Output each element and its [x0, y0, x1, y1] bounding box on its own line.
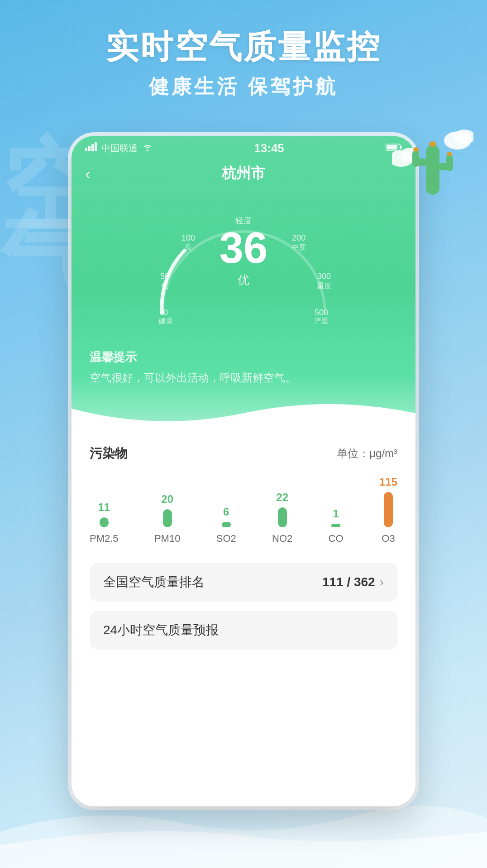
tips-section: 温馨提示 空气很好，可以外出活动，呼吸新鲜空气。 — [72, 340, 415, 404]
pollutant-item: 22 NO2 — [272, 491, 292, 545]
pollutant-item: 115 O3 — [379, 476, 397, 545]
pollutant-value: 22 — [276, 491, 288, 504]
pollutant-bar — [222, 522, 231, 527]
sub-title: 健康生活 保驾护航 — [0, 73, 487, 100]
pollutant-value: 11 — [98, 501, 110, 514]
gauge-container: 轻度 100 良 200 中度 50 优 300 重度 — [72, 191, 415, 340]
pollutant-bar — [384, 492, 393, 527]
pollutant-value: 115 — [379, 476, 397, 488]
svg-text:200: 200 — [292, 233, 306, 242]
svg-point-9 — [429, 141, 436, 147]
cactus-decoration — [392, 118, 473, 208]
svg-text:优: 优 — [161, 282, 168, 289]
svg-text:100: 100 — [181, 233, 195, 242]
ranking-arrow: › — [380, 575, 384, 589]
pollutant-name: SO2 — [216, 533, 236, 545]
pollutants-label: 污染物 — [90, 445, 128, 462]
tips-title: 温馨提示 — [90, 349, 397, 365]
main-title: 实时空气质量监控 — [0, 27, 487, 66]
svg-text:500: 500 — [315, 308, 328, 317]
pollutant-name: PM10 — [154, 533, 180, 545]
carrier-signal: 中国联通 — [85, 142, 153, 154]
svg-point-10 — [413, 147, 419, 152]
wave-divider — [72, 400, 415, 436]
pollutant-value: 1 — [333, 507, 339, 520]
app-green-section: 中国联通 13:45 ‹ 杭州市 — [72, 136, 415, 436]
back-button[interactable]: ‹ — [85, 165, 90, 183]
pollutant-bar — [331, 524, 340, 527]
app-white-section: 污染物 单位：μg/m³ 11 PM2.5 20 PM10 6 SO2 22 N… — [72, 436, 415, 672]
city-title: 杭州市 — [222, 164, 265, 183]
pollutant-item: 1 CO — [329, 507, 344, 545]
ranking-label: 全国空气质量排名 — [103, 574, 205, 591]
pollutant-value: 20 — [161, 493, 173, 506]
svg-text:严重: 严重 — [314, 317, 329, 325]
pollutants-unit: 单位：μg/m³ — [337, 446, 397, 461]
pollutant-name: NO2 — [272, 533, 292, 545]
pollutant-item: 20 PM10 — [154, 493, 180, 545]
pollutant-value: 6 — [223, 506, 229, 518]
svg-point-11 — [447, 152, 452, 156]
wifi-icon — [143, 143, 153, 153]
pollutant-name: PM2.5 — [90, 533, 119, 545]
gauge-center: 36 优 — [220, 226, 268, 288]
pollutants-row: 11 PM2.5 20 PM10 6 SO2 22 NO2 1 CO 115 O… — [90, 476, 397, 545]
status-bar: 中国联通 13:45 — [72, 136, 415, 159]
pollutants-header: 污染物 单位：μg/m³ — [90, 445, 397, 462]
svg-text:中度: 中度 — [291, 243, 306, 251]
phone-mockup: 中国联通 13:45 ‹ 杭州市 — [72, 136, 415, 806]
carrier-name: 中国联通 — [101, 143, 138, 153]
forecast-label: 24小时空气质量预报 — [103, 622, 219, 639]
svg-text:300: 300 — [317, 272, 331, 281]
aqi-value: 36 — [220, 226, 268, 270]
svg-text:良: 良 — [185, 243, 192, 251]
ranking-card[interactable]: 全国空气质量排名 111 / 362 › — [90, 563, 397, 602]
header-section: 实时空气质量监控 健康生活 保驾护航 — [0, 0, 487, 100]
gauge-wrapper: 轻度 100 良 200 中度 50 优 300 重度 — [139, 195, 348, 331]
forecast-card[interactable]: 24小时空气质量预报 — [90, 611, 397, 650]
ranking-value: 111 / 362 — [322, 575, 375, 589]
pollutant-bar — [100, 517, 109, 527]
tips-content: 空气很好，可以外出活动，呼吸新鲜空气。 — [90, 370, 397, 386]
pollutant-item: 11 PM2.5 — [90, 501, 119, 545]
svg-rect-6 — [412, 150, 420, 167]
pollutant-name: CO — [329, 533, 344, 545]
pollutant-bar — [163, 509, 172, 527]
signal-bars: 中国联通 — [85, 143, 153, 153]
svg-rect-4 — [426, 145, 439, 195]
svg-rect-8 — [446, 155, 453, 171]
status-time: 13:45 — [254, 141, 284, 155]
nav-bar: ‹ 杭州市 — [72, 159, 415, 191]
pollutant-item: 6 SO2 — [216, 506, 236, 545]
aqi-quality: 优 — [220, 272, 268, 288]
pollutant-name: O3 — [382, 533, 395, 545]
svg-text:重度: 重度 — [317, 282, 331, 289]
svg-text:0: 0 — [163, 308, 168, 317]
svg-text:健康: 健康 — [158, 317, 173, 325]
svg-text:50: 50 — [160, 272, 169, 281]
pollutant-bar — [278, 507, 287, 527]
